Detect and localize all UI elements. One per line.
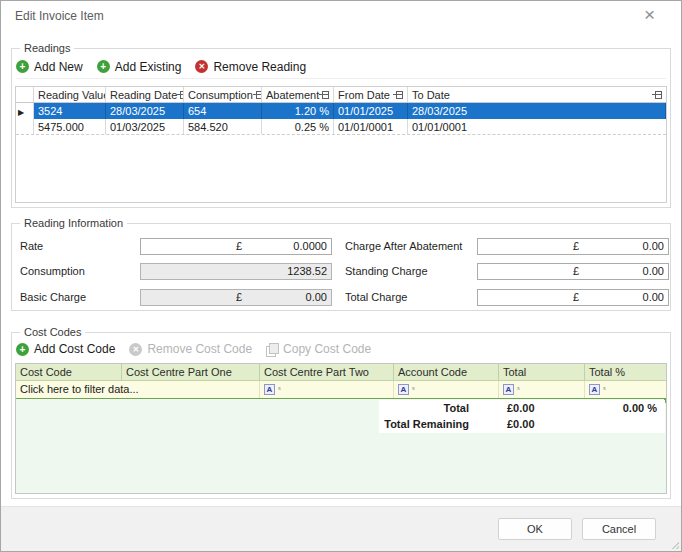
- filter-condition-mark: ˢ: [603, 385, 606, 394]
- add-icon: +: [16, 60, 29, 73]
- cell-consumption: 654: [184, 103, 262, 119]
- cell-to-date: 01/01/0001: [408, 119, 666, 134]
- grid-divider: [16, 398, 666, 399]
- row-indicator-cell: [16, 119, 34, 134]
- add-cost-code-button[interactable]: + Add Cost Code: [16, 342, 115, 356]
- remove-icon-disabled: ✕: [129, 343, 142, 356]
- copy-icon-disabled: [266, 343, 278, 356]
- filter-cell[interactable]: A ˢ: [499, 381, 585, 398]
- cost-codes-group: Cost Codes + Add Cost Code ✕ Remove Cost…: [11, 332, 671, 499]
- standing-charge-value: 0.00: [643, 263, 664, 280]
- column-header-reading-value[interactable]: Reading Value: [34, 87, 106, 102]
- readings-grid: Reading Value Reading Date Consumption A…: [15, 86, 667, 203]
- table-row[interactable]: ▶ 3524 28/03/2025 654 1.20 % 01/01/2025 …: [16, 103, 666, 119]
- total-charge-input[interactable]: £ 0.00: [477, 289, 669, 306]
- column-header-reading-date[interactable]: Reading Date: [106, 87, 184, 102]
- reading-information-group: Reading Information Rate £ 0.0000 Consum…: [11, 223, 671, 311]
- column-label: To Date: [412, 87, 450, 102]
- cell-reading-value: 3524: [34, 103, 106, 119]
- column-header-total-percent[interactable]: Total %: [585, 364, 666, 380]
- column-header-from-date[interactable]: From Date: [334, 87, 408, 102]
- cost-codes-grid-header: Cost Code Cost Centre Part One Cost Cent…: [16, 364, 666, 381]
- cancel-button[interactable]: Cancel: [582, 518, 656, 540]
- column-header-consumption[interactable]: Consumption: [184, 87, 262, 102]
- field-row: Charge After Abatement £ 0.00: [345, 238, 667, 255]
- charge-after-abatement-input[interactable]: £ 0.00: [477, 238, 669, 255]
- filter-condition-mark: ˢ: [517, 385, 520, 394]
- total-charge-label: Total Charge: [345, 289, 407, 306]
- dialog-title: Edit Invoice Item: [15, 9, 104, 23]
- summary-remaining-label: Total Remaining: [379, 416, 477, 432]
- rate-value: 0.0000: [293, 238, 327, 255]
- summary-remaining-row: Total Remaining £0.00: [379, 416, 665, 432]
- remove-cost-code-button: ✕ Remove Cost Code: [129, 342, 252, 356]
- ok-button[interactable]: OK: [498, 518, 572, 540]
- filter-condition-icon[interactable]: A: [503, 384, 514, 395]
- column-pin-icon[interactable]: [393, 90, 403, 99]
- summary-total-label: Total: [379, 400, 477, 416]
- add-cost-code-label: Add Cost Code: [34, 342, 115, 356]
- field-row: Rate £ 0.0000: [20, 238, 332, 255]
- resize-grip[interactable]: [669, 539, 679, 549]
- column-header-cost-code[interactable]: Cost Code: [16, 364, 122, 380]
- readings-grid-header: Reading Value Reading Date Consumption A…: [16, 87, 666, 103]
- row-indicator-header: [16, 87, 34, 102]
- copy-cost-code-label: Copy Cost Code: [283, 342, 371, 356]
- cost-codes-grid: Cost Code Cost Centre Part One Cost Cent…: [15, 363, 667, 494]
- title-bar: Edit Invoice Item ×: [1, 1, 681, 31]
- charge-after-abatement-value: 0.00: [643, 238, 664, 255]
- filter-condition-icon[interactable]: A: [589, 384, 600, 395]
- currency-symbol: £: [236, 289, 242, 306]
- column-pin-icon[interactable]: [652, 90, 662, 99]
- column-header-to-date[interactable]: To Date: [408, 87, 666, 102]
- field-row: Consumption 1238.52: [20, 263, 332, 280]
- summary-total-percent: 0.00 %: [577, 400, 665, 416]
- edit-invoice-item-dialog: Edit Invoice Item × Readings + Add New +…: [0, 0, 682, 552]
- currency-symbol: £: [573, 238, 579, 255]
- charge-after-abatement-label: Charge After Abatement: [345, 238, 462, 255]
- filter-condition-icon[interactable]: A: [398, 384, 409, 395]
- remove-reading-button[interactable]: ✕ Remove Reading: [195, 60, 306, 74]
- rate-input[interactable]: £ 0.0000: [140, 238, 332, 255]
- table-row[interactable]: 5475.000 01/03/2025 584.520 0.25 % 01/01…: [16, 119, 666, 135]
- column-label: Reading Date: [110, 87, 177, 102]
- cell-from-date: 01/01/0001: [334, 119, 408, 134]
- filter-cell[interactable]: A ˢ: [585, 381, 666, 398]
- readings-group: Readings + Add New + Add Existing ✕ Remo…: [11, 48, 671, 208]
- cell-to-date: 28/03/2025: [408, 103, 666, 119]
- filter-cell[interactable]: A ˢ: [394, 381, 499, 398]
- close-icon[interactable]: ×: [644, 5, 655, 25]
- summary-total-row: Total £0.00 0.00 %: [379, 400, 665, 416]
- summary-total-value: £0.00: [477, 400, 577, 416]
- rate-label: Rate: [20, 238, 43, 255]
- cell-reading-date: 28/03/2025: [106, 103, 184, 119]
- consumption-value: 1238.52: [287, 263, 327, 280]
- basic-charge-label: Basic Charge: [20, 289, 86, 306]
- standing-charge-input[interactable]: £ 0.00: [477, 263, 669, 280]
- column-pin-icon[interactable]: [253, 90, 262, 99]
- column-label: Reading Value: [38, 87, 106, 102]
- column-header-abatement[interactable]: Abatement: [262, 87, 334, 102]
- consumption-field: 1238.52: [140, 263, 332, 280]
- field-row: Standing Charge £ 0.00: [345, 263, 667, 280]
- reading-information-group-label: Reading Information: [20, 217, 127, 229]
- column-pin-icon[interactable]: [319, 90, 329, 99]
- current-row-pointer-icon: ▶: [18, 108, 24, 117]
- column-pin-icon[interactable]: [177, 90, 184, 99]
- cost-codes-toolbar: + Add Cost Code ✕ Remove Cost Code Copy …: [16, 337, 666, 361]
- filter-condition-icon[interactable]: A: [264, 384, 275, 395]
- add-existing-button[interactable]: + Add Existing: [97, 60, 182, 74]
- cell-abatement: 1.20 %: [262, 103, 334, 119]
- column-header-total[interactable]: Total: [499, 364, 585, 380]
- filter-prompt[interactable]: Click here to filter data...: [16, 381, 260, 398]
- filter-cell[interactable]: A ˢ: [260, 381, 394, 398]
- cell-consumption: 584.520: [184, 119, 262, 134]
- filter-condition-mark: ˢ: [278, 385, 281, 394]
- add-new-button[interactable]: + Add New: [16, 60, 83, 74]
- readings-toolbar: + Add New + Add Existing ✕ Remove Readin…: [16, 55, 666, 79]
- column-header-account-code[interactable]: Account Code: [394, 364, 499, 380]
- add-new-label: Add New: [34, 60, 83, 74]
- column-label: Abatement: [266, 87, 319, 102]
- column-header-cost-centre-part-one[interactable]: Cost Centre Part One: [122, 364, 260, 380]
- column-header-cost-centre-part-two[interactable]: Cost Centre Part Two: [260, 364, 394, 380]
